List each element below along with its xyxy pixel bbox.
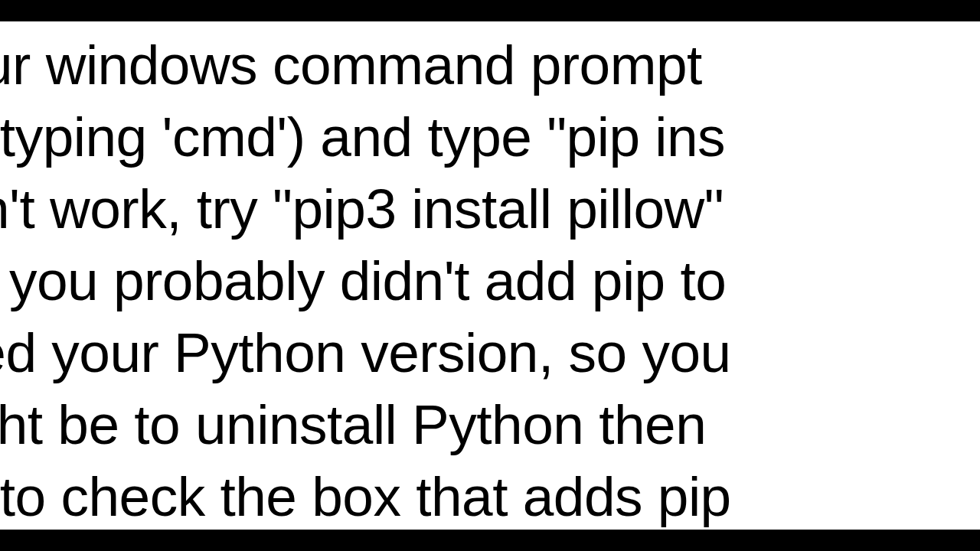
content-frame: o your windows command prompt and typing… (0, 21, 980, 530)
text-line-4: work you probably didn't add pip to (0, 249, 726, 311)
text-line-1: o your windows command prompt (0, 34, 717, 96)
instruction-text: o your windows command prompt and typing… (0, 29, 980, 530)
text-line-5: stalled your Python version, so you (0, 321, 731, 383)
text-line-2: and typing 'cmd') and type "pip ins (0, 106, 725, 168)
letterbox-top (0, 0, 980, 21)
text-line-7: sure to check the box that adds pip (0, 465, 731, 527)
text-line-6: t might be to uninstall Python then (0, 393, 706, 455)
text-line-3: loesn't work, try "pip3 install pillow" (0, 178, 724, 240)
letterbox-bottom (0, 530, 980, 551)
